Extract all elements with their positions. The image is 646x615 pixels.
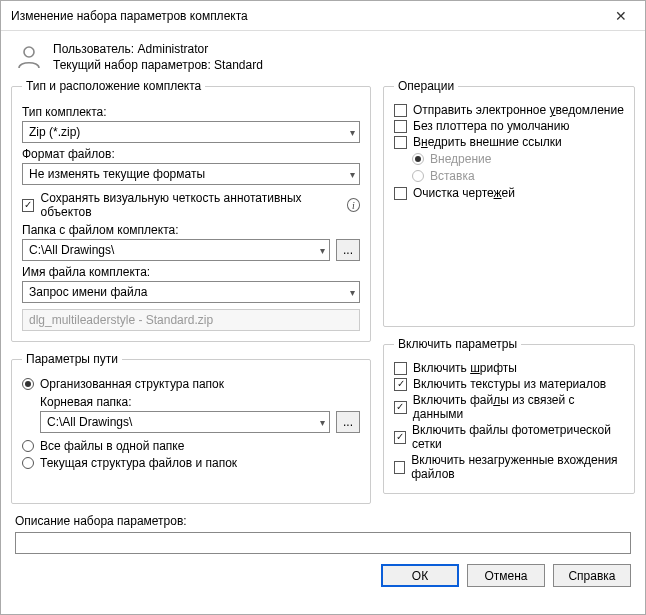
radio-dot [412,153,424,165]
checkbox-include-fonts[interactable]: Включить шрифты [394,361,624,375]
checkbox-annotative-fidelity[interactable]: Сохранять визуальную четкость аннотативн… [22,191,360,219]
radio-organized-folders[interactable]: Организованная структура папок [22,377,360,391]
browse-folder-button[interactable]: ... [336,239,360,261]
close-icon[interactable]: ✕ [601,2,641,30]
filename-preview: dlg_multileaderstyle - Standard.zip [22,309,360,331]
checkbox-bind-xrefs[interactable]: Внедрить внешние ссылки [394,135,624,149]
checkbox-box [394,120,407,133]
checkbox-box [394,401,407,414]
select-filename-mode-value: Запрос имени файла [29,285,147,299]
select-filename-mode[interactable]: Запрос имени файла ▾ [22,281,360,303]
group-path-options: Параметры пути Организованная структура … [11,352,371,504]
user-icon [15,44,43,70]
chevron-down-icon: ▾ [350,169,355,180]
checkbox-box [394,187,407,200]
chevron-down-icon: ▾ [350,127,355,138]
help-button[interactable]: Справка [553,564,631,587]
checkbox-label: Сохранять визуальную четкость аннотативн… [40,191,340,219]
group-path-legend: Параметры пути [22,352,122,366]
checkbox-box [394,136,407,149]
chevron-down-icon: ▾ [350,287,355,298]
checkbox-box [394,461,405,474]
label-package-folder: Папка с файлом комплекта: [22,223,360,237]
radio-dot [412,170,424,182]
radio-bind-insert: Вставка [412,169,624,183]
description-label: Описание набора параметров: [15,514,631,528]
radio-dot [22,457,34,469]
titlebar: Изменение набора параметров комплекта ✕ [1,1,645,31]
checkbox-no-plotter[interactable]: Без плоттера по умолчанию [394,119,624,133]
checkbox-purge-drawings[interactable]: Очистка чертежей [394,186,624,200]
cancel-button[interactable]: Отмена [467,564,545,587]
radio-one-folder[interactable]: Все файлы в одной папке [22,439,360,453]
select-file-format-value: Не изменять текущие форматы [29,167,205,181]
label-package-type: Тип комплекта: [22,105,360,119]
combo-root-folder[interactable]: C:\All Drawings\ ▾ [40,411,330,433]
group-type-legend: Тип и расположение комплекта [22,79,205,93]
label-package-filename: Имя файла комплекта: [22,265,360,279]
checkbox-box [22,199,34,212]
browse-root-button[interactable]: ... [336,411,360,433]
group-include-legend: Включить параметры [394,337,521,351]
group-operations-legend: Операции [394,79,458,93]
button-bar: ОК Отмена Справка [1,554,645,597]
label-file-format: Формат файлов: [22,147,360,161]
chevron-down-icon: ▾ [320,417,325,428]
header: Пользователь: Administrator Текущий набо… [1,31,645,79]
select-package-type-value: Zip (*.zip) [29,125,80,139]
combo-package-folder-value: C:\All Drawings\ [29,243,114,257]
checkbox-include-photometric[interactable]: Включить файлы фотометрической сетки [394,423,624,451]
checkbox-box [394,104,407,117]
checkbox-box [394,431,406,444]
radio-dot [22,378,34,390]
group-include: Включить параметры Включить шрифты Включ… [383,337,635,494]
combo-package-folder[interactable]: C:\All Drawings\ ▾ [22,239,330,261]
description-input[interactable] [15,532,631,554]
combo-root-folder-value: C:\All Drawings\ [47,415,132,429]
ok-button[interactable]: ОК [381,564,459,587]
checkbox-box [394,362,407,375]
checkbox-box [394,378,407,391]
checkbox-include-unloaded[interactable]: Включить незагруженные вхождения файлов [394,453,624,481]
radio-dot [22,440,34,452]
checkbox-send-email[interactable]: Отправить электронное уведомление [394,103,624,117]
user-label: Пользователь: Administrator [53,41,263,57]
checkbox-include-textures[interactable]: Включить текстуры из материалов [394,377,624,391]
label-root-folder: Корневая папка: [40,395,360,409]
select-file-format[interactable]: Не изменять текущие форматы ▾ [22,163,360,185]
group-type-location: Тип и расположение комплекта Тип комплек… [11,79,371,342]
radio-bind-embed: Внедрение [412,152,624,166]
svg-point-0 [24,47,34,57]
info-icon[interactable]: i [347,198,360,212]
window-title: Изменение набора параметров комплекта [11,9,601,23]
group-operations: Операции Отправить электронное уведомлен… [383,79,635,327]
setup-label: Текущий набор параметров: Standard [53,57,263,73]
select-package-type[interactable]: Zip (*.zip) ▾ [22,121,360,143]
chevron-down-icon: ▾ [320,245,325,256]
radio-current-structure[interactable]: Текущая структура файлов и папок [22,456,360,470]
checkbox-include-datalinks[interactable]: Включить файлы из связей с данными [394,393,624,421]
